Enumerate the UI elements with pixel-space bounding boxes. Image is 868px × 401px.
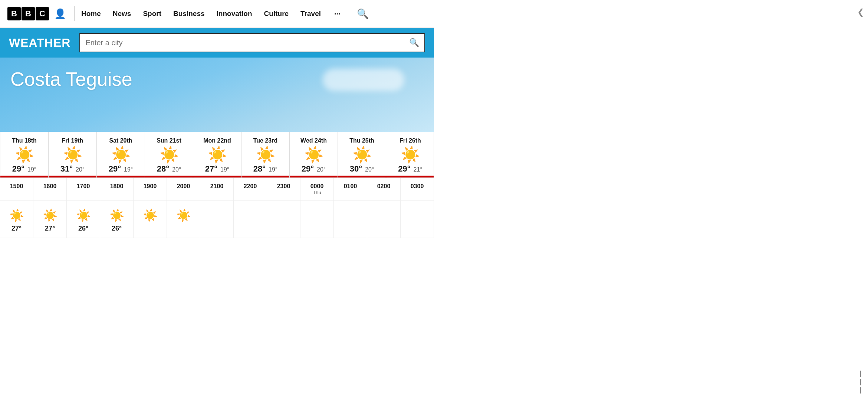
- hour-cell-8[interactable]: 2300: [267, 178, 300, 200]
- hour-icon-cell-11: ☀️: [367, 201, 401, 238]
- hour-sun-icon: ☀️: [143, 208, 158, 222]
- hour-time: 2100: [210, 183, 224, 190]
- day-temps: 28° 19°: [253, 164, 277, 174]
- nav-business[interactable]: Business: [173, 10, 204, 18]
- day-sun-icon: ☀️: [256, 147, 275, 163]
- day-bar: [386, 176, 434, 177]
- day-bar: [290, 176, 338, 177]
- day-bar: [97, 176, 145, 177]
- hour-temp: 27°: [45, 225, 55, 232]
- hour-cell-3[interactable]: 1800: [100, 178, 134, 200]
- day-label: Sun 21st: [157, 137, 181, 144]
- user-icon[interactable]: 👤: [54, 8, 66, 20]
- city-search-input[interactable]: [85, 39, 409, 47]
- hour-cell-12[interactable]: 0300: [401, 178, 434, 200]
- hour-cell-0[interactable]: 1500: [0, 178, 33, 200]
- nav-divider: [74, 6, 75, 21]
- hourly-row: 1500 1600 1700 1800 1900 2000 2100 2200 …: [0, 178, 434, 201]
- day-low: 21°: [414, 166, 423, 173]
- day-low: 19°: [124, 166, 133, 173]
- hour-cell-10[interactable]: 0100: [334, 178, 367, 200]
- day-temps: 28° 20°: [157, 164, 181, 174]
- day-temps: 29° 19°: [109, 164, 133, 174]
- day-label: Thu 25th: [349, 137, 374, 144]
- nav-news[interactable]: News: [113, 10, 131, 18]
- day-cell-7[interactable]: Thu 25th ☀️ 30° 20°: [338, 132, 386, 177]
- day-cell-1[interactable]: Fri 19th ☀️ 31° 20°: [49, 132, 97, 177]
- day-sun-icon: ☀️: [160, 147, 179, 163]
- sky-section: Costa Teguise: [0, 58, 434, 132]
- day-cell-4[interactable]: Mon 22nd ☀️ 27° 19°: [193, 132, 241, 177]
- hour-time: 2300: [277, 183, 290, 190]
- day-low: 20°: [317, 166, 326, 173]
- day-sun-icon: ☀️: [401, 147, 420, 163]
- bbc-b2-box: B: [22, 7, 35, 20]
- day-cell-0[interactable]: Thu 18th ☀️ 29° 19°: [0, 132, 49, 177]
- hour-icon-cell-1: ☀️ 27°: [33, 201, 67, 238]
- hour-icon-cell-10: ☀️: [334, 201, 367, 238]
- hour-cell-7[interactable]: 2200: [234, 178, 267, 200]
- day-label: Wed 24th: [300, 137, 327, 144]
- weather-title: WEATHER: [9, 36, 70, 50]
- daily-forecast: Thu 18th ☀️ 29° 19° Fri 19th ☀️ 31° 20° …: [0, 132, 434, 178]
- hour-cell-11[interactable]: 0200: [367, 178, 401, 200]
- nav-sport[interactable]: Sport: [143, 10, 161, 18]
- day-low: 19°: [220, 166, 229, 173]
- hour-icon-cell-5: ☀️: [167, 201, 200, 238]
- day-bar: [338, 176, 386, 177]
- day-label: Mon 22nd: [203, 137, 231, 144]
- nav-home[interactable]: Home: [81, 10, 101, 18]
- day-high: 30°: [350, 164, 362, 174]
- weather-banner: WEATHER 🔍: [0, 28, 434, 58]
- hour-icon-cell-2: ☀️ 26°: [67, 201, 100, 238]
- weather-search-box[interactable]: 🔍: [79, 33, 425, 52]
- city-name: Costa Teguise: [10, 68, 424, 90]
- nav-travel[interactable]: Travel: [300, 10, 321, 18]
- day-bar: [193, 176, 241, 177]
- day-cell-5[interactable]: Tue 23rd ☀️ 28° 19°: [241, 132, 290, 177]
- day-label: Fri 19th: [62, 137, 83, 144]
- day-high: 28°: [157, 164, 169, 174]
- day-bar: [0, 176, 48, 177]
- hour-icon-cell-0: ☀️ 27°: [0, 201, 33, 238]
- day-temps: 30° 20°: [350, 164, 374, 174]
- day-high: 29°: [12, 164, 24, 174]
- hour-cell-1[interactable]: 1600: [33, 178, 67, 200]
- day-high: 29°: [398, 164, 410, 174]
- bbc-logo[interactable]: B B C: [7, 7, 49, 20]
- nav-more-button[interactable]: ···: [334, 10, 341, 18]
- hour-time: 2200: [244, 183, 257, 190]
- hour-sun-icon: ☀️: [176, 208, 191, 222]
- hour-cell-6[interactable]: 2100: [200, 178, 234, 200]
- hour-time: 1500: [10, 183, 23, 190]
- day-cell-8[interactable]: Fri 26th ☀️ 29° 21°: [386, 132, 434, 177]
- day-cell-3[interactable]: Sun 21st ☀️ 28° 20°: [145, 132, 193, 177]
- hour-sun-icon: ☀️: [76, 208, 91, 222]
- hour-cell-2[interactable]: 1700: [67, 178, 100, 200]
- day-cell-2[interactable]: Sat 20th ☀️ 29° 19°: [97, 132, 145, 177]
- hour-time: 1600: [43, 183, 57, 190]
- hour-time: 2000: [177, 183, 190, 190]
- hour-cell-4[interactable]: 1900: [134, 178, 167, 200]
- hour-sun-icon: ☀️: [9, 208, 24, 222]
- day-label: Tue 23rd: [253, 137, 278, 144]
- hour-temp: 27°: [11, 225, 22, 232]
- day-high: 31°: [60, 164, 73, 174]
- search-icon[interactable]: 🔍: [357, 8, 369, 20]
- hour-sun-icon: ☀️: [109, 208, 124, 222]
- nav-innovation[interactable]: Innovation: [217, 10, 252, 18]
- nav-links: Home News Sport Business Innovation Cult…: [81, 8, 427, 20]
- day-low: 20°: [76, 166, 85, 173]
- hour-cell-5[interactable]: 2000: [167, 178, 200, 200]
- weather-search-button[interactable]: 🔍: [409, 38, 419, 48]
- hour-icon-cell-9: ☀️: [300, 201, 334, 238]
- day-cell-6[interactable]: Wed 24th ☀️ 29° 20°: [290, 132, 338, 177]
- day-label: Sat 20th: [109, 137, 132, 144]
- nav-culture[interactable]: Culture: [264, 10, 289, 18]
- hour-time: 0100: [344, 183, 357, 190]
- hour-icon-cell-6: ☀️: [200, 201, 234, 238]
- day-temps: 31° 20°: [60, 164, 85, 174]
- hour-icon-cell-4: ☀️: [134, 201, 167, 238]
- hour-icon-cell-3: ☀️ 26°: [100, 201, 134, 238]
- hour-cell-9[interactable]: 0000 Thu: [300, 178, 334, 200]
